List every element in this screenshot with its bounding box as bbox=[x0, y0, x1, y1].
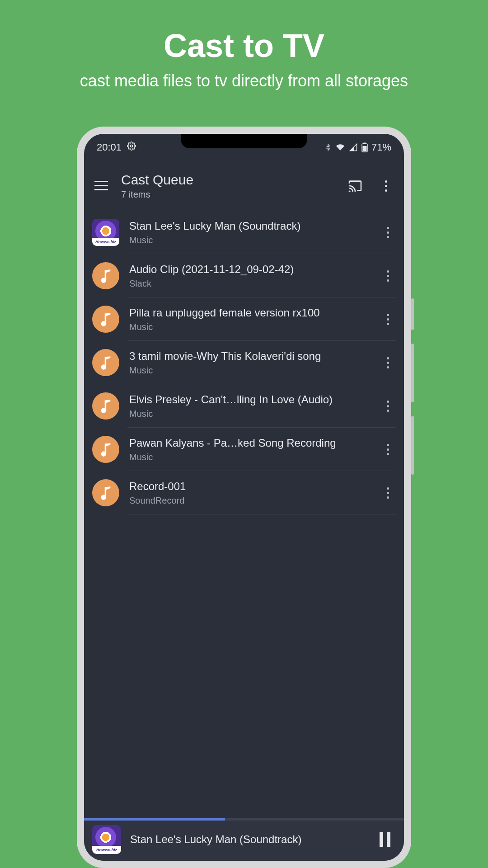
more-vert-icon bbox=[387, 444, 389, 455]
page-title: Cast Queue bbox=[121, 172, 334, 188]
svg-rect-2 bbox=[363, 143, 366, 144]
item-title: Record-001 bbox=[129, 480, 370, 493]
item-title: Elvis Presley - Can't…lling In Love (Aud… bbox=[129, 393, 370, 406]
item-title: 3 tamil movie-Why This Kolaveri'di song bbox=[129, 350, 370, 363]
page-subtitle: 7 items bbox=[121, 189, 334, 200]
phone-volume-down bbox=[411, 416, 414, 475]
album-label: Howwe.biz bbox=[92, 846, 121, 854]
item-more-button[interactable] bbox=[380, 483, 396, 503]
music-note-icon bbox=[92, 349, 119, 376]
item-more-button[interactable] bbox=[380, 439, 396, 459]
now-playing-title: Stan Lee's Lucky Man (Soundtrack) bbox=[130, 833, 365, 846]
cast-button[interactable] bbox=[345, 176, 365, 196]
list-item[interactable]: 3 tamil movie-Why This Kolaveri'di song … bbox=[84, 341, 404, 384]
phone-volume-up bbox=[411, 344, 414, 402]
status-time: 20:01 bbox=[97, 142, 122, 153]
item-subtitle: Music bbox=[129, 235, 370, 245]
queue-list[interactable]: Howwe.biz Stan Lee's Lucky Man (Soundtra… bbox=[84, 211, 404, 818]
app-bar: Cast Queue 7 items bbox=[84, 161, 404, 211]
list-item[interactable]: Record-001 SoundRecord bbox=[84, 471, 404, 514]
battery-pct: 71% bbox=[371, 142, 391, 153]
bluetooth-icon bbox=[324, 143, 332, 152]
list-item[interactable]: Elvis Presley - Can't…lling In Love (Aud… bbox=[84, 384, 404, 428]
item-title: Pawan Kalyans - Pa…ked Song Recording bbox=[129, 437, 370, 449]
pause-icon bbox=[387, 832, 390, 847]
item-subtitle: Music bbox=[129, 365, 370, 376]
phone-side-button bbox=[411, 298, 414, 330]
music-note-icon bbox=[92, 262, 119, 289]
item-more-button[interactable] bbox=[380, 396, 396, 416]
item-more-button[interactable] bbox=[380, 266, 396, 286]
list-item[interactable]: Pilla ra unplugged female version rx100 … bbox=[84, 297, 404, 341]
pause-button[interactable] bbox=[374, 829, 396, 850]
svg-rect-4 bbox=[94, 181, 108, 182]
battery-icon bbox=[361, 142, 368, 152]
signal-icon bbox=[349, 143, 358, 151]
more-vert-icon bbox=[387, 487, 389, 499]
svg-point-0 bbox=[131, 145, 133, 147]
item-title: Audio Clip (2021-11-12_09-02-42) bbox=[129, 263, 370, 276]
progress-fill bbox=[84, 818, 225, 821]
more-vert-icon bbox=[387, 401, 389, 412]
album-art-icon: Howwe.biz bbox=[92, 219, 119, 246]
cast-icon bbox=[348, 180, 362, 192]
gear-icon bbox=[127, 142, 136, 153]
now-playing-thumb: Howwe.biz bbox=[92, 825, 121, 854]
now-playing-bar[interactable]: Howwe.biz Stan Lee's Lucky Man (Soundtra… bbox=[84, 818, 404, 861]
more-vert-icon bbox=[387, 227, 389, 238]
item-more-button[interactable] bbox=[380, 222, 396, 242]
progress-track[interactable] bbox=[84, 818, 404, 821]
wifi-icon bbox=[335, 143, 345, 151]
svg-rect-3 bbox=[362, 146, 366, 151]
divider bbox=[127, 514, 396, 514]
music-note-icon bbox=[92, 436, 119, 463]
item-subtitle: Music bbox=[129, 452, 370, 462]
music-note-icon bbox=[92, 392, 119, 420]
promo-subtitle: cast media files to tv directly from all… bbox=[0, 71, 488, 90]
item-subtitle: Music bbox=[129, 322, 370, 332]
more-vert-icon bbox=[387, 357, 389, 368]
more-vert-icon bbox=[385, 180, 387, 192]
item-subtitle: Slack bbox=[129, 278, 370, 289]
overflow-button[interactable] bbox=[376, 176, 396, 196]
phone-notch bbox=[181, 134, 307, 148]
phone-screen: 20:01 bbox=[84, 134, 404, 861]
list-item[interactable]: Pawan Kalyans - Pa…ked Song Recording Mu… bbox=[84, 428, 404, 471]
music-note-icon bbox=[92, 306, 119, 333]
item-more-button[interactable] bbox=[380, 353, 396, 373]
promo-title: Cast to TV bbox=[0, 27, 488, 64]
more-vert-icon bbox=[387, 314, 389, 325]
item-more-button[interactable] bbox=[380, 309, 396, 329]
svg-rect-6 bbox=[94, 189, 108, 190]
svg-point-7 bbox=[349, 190, 351, 192]
list-item[interactable]: Howwe.biz Stan Lee's Lucky Man (Soundtra… bbox=[84, 211, 404, 254]
menu-button[interactable] bbox=[92, 177, 110, 195]
pause-icon bbox=[380, 832, 383, 847]
music-note-icon bbox=[92, 479, 119, 506]
item-subtitle: SoundRecord bbox=[129, 495, 370, 506]
item-title: Stan Lee's Lucky Man (Soundtrack) bbox=[129, 220, 370, 232]
item-subtitle: Music bbox=[129, 409, 370, 419]
more-vert-icon bbox=[387, 270, 389, 282]
phone-frame: 20:01 bbox=[77, 127, 411, 868]
svg-rect-5 bbox=[94, 185, 108, 186]
item-title: Pilla ra unplugged female version rx100 bbox=[129, 307, 370, 319]
list-item[interactable]: Audio Clip (2021-11-12_09-02-42) Slack bbox=[84, 254, 404, 297]
hamburger-icon bbox=[94, 181, 108, 191]
